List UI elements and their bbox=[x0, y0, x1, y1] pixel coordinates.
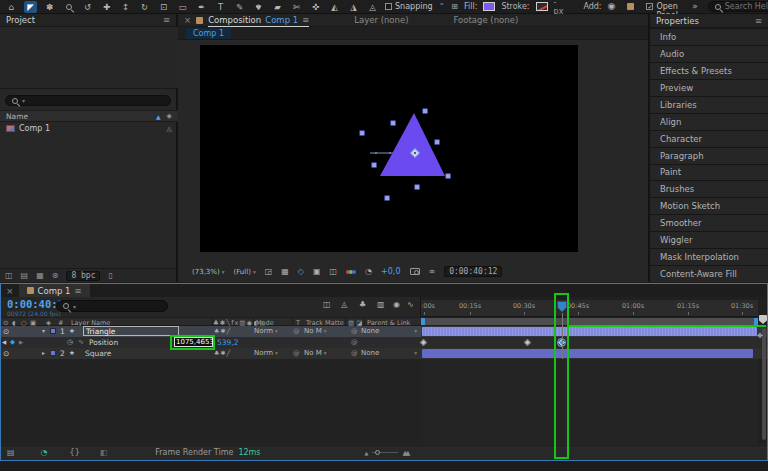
parent-pickwhip-icon[interactable]: @ bbox=[351, 349, 358, 357]
parent-pickwhip-icon[interactable]: @ bbox=[351, 327, 358, 335]
preview-timecode[interactable]: 0:00:40:12 bbox=[444, 266, 502, 277]
blend-mode-dropdown[interactable]: Norm▾ bbox=[254, 349, 278, 357]
layer-name-square[interactable]: Square bbox=[85, 349, 111, 358]
dolly-camera-tool-icon[interactable]: ↕ bbox=[119, 1, 132, 13]
view-axis-mode-icon[interactable]: ◬ bbox=[366, 1, 379, 13]
pan-behind-icon[interactable]: ✥ bbox=[757, 333, 763, 340]
next-keyframe-icon[interactable]: ▶ bbox=[19, 339, 23, 345]
project-settings-icon[interactable]: ⊛ bbox=[52, 271, 59, 280]
grid-guides-icon[interactable]: ◲ bbox=[265, 268, 273, 276]
clone-stamp-tool-icon[interactable]: ♠ bbox=[252, 1, 265, 13]
snapshot-camera-icon[interactable] bbox=[410, 268, 420, 275]
previous-keyframe-icon[interactable]: ◀ bbox=[2, 339, 6, 345]
show-snapshot-icon[interactable]: ∞ bbox=[429, 268, 436, 276]
panel-tab-paragraph[interactable]: Paragraph bbox=[650, 147, 768, 164]
exposure-reset-icon[interactable]: ◔ bbox=[365, 268, 372, 276]
work-area-end-handle[interactable] bbox=[754, 318, 758, 325]
zoom-in-mountain-icon[interactable]: ▲▲ bbox=[402, 449, 408, 457]
view-layout-icon[interactable]: ◫ bbox=[330, 268, 338, 276]
draft-3d-icon[interactable]: ◬ bbox=[341, 301, 347, 309]
composition-canvas[interactable] bbox=[200, 45, 578, 252]
panel-tab-preview[interactable]: Preview bbox=[650, 79, 768, 96]
blend-mode-dropdown[interactable]: Norm▾ bbox=[254, 327, 278, 335]
new-composition-icon[interactable]: ▦ bbox=[36, 271, 44, 280]
search-options-caret[interactable]: ▾ bbox=[22, 97, 25, 104]
eye-icon[interactable]: ⊙ bbox=[3, 349, 9, 358]
mask-visibility-icon[interactable]: ◇ bbox=[298, 268, 304, 276]
panel-tab-paint[interactable]: Paint bbox=[650, 164, 768, 181]
track-matte-dropdown[interactable]: No M▾ bbox=[304, 327, 327, 335]
time-ruler[interactable]: :00s 00:15s 00:30s 00:45s 01:00s 01:15s … bbox=[421, 300, 758, 317]
panel-tab-align[interactable]: Align bbox=[650, 113, 768, 130]
auto-open-checkbox[interactable]: ✓ bbox=[646, 3, 653, 10]
selection-tool-icon[interactable]: ◤ bbox=[24, 1, 37, 13]
expand-render-time-icon[interactable]: ◧ bbox=[100, 448, 108, 457]
fill-swatch[interactable] bbox=[483, 2, 495, 11]
layer-bar-triangle[interactable] bbox=[422, 327, 757, 336]
stroke-swatch[interactable] bbox=[536, 2, 548, 11]
stopwatch-icon[interactable]: ◷ bbox=[67, 338, 73, 346]
exposure-value[interactable]: +0,0 bbox=[381, 267, 400, 276]
track-matte-dropdown[interactable]: No M▾ bbox=[304, 349, 327, 357]
zoom-slider-knob[interactable] bbox=[375, 450, 380, 455]
layer-color-swatch[interactable] bbox=[50, 350, 56, 356]
zoom-out-mountain-icon[interactable]: ▲ bbox=[365, 450, 369, 456]
sort-ascending-icon[interactable]: ▲ bbox=[156, 113, 161, 120]
keyframe-toggle-icon[interactable]: ◆ bbox=[10, 338, 15, 346]
local-axis-mode-icon[interactable]: ◭ bbox=[328, 1, 341, 13]
properties-menu-icon[interactable]: ≡ bbox=[755, 16, 762, 26]
hide-shy-layers-icon[interactable]: ♣ bbox=[359, 301, 366, 309]
layer-name-triangle[interactable]: Triangle bbox=[83, 326, 179, 336]
layer-color-swatch[interactable] bbox=[50, 328, 56, 334]
layer-bar-square[interactable] bbox=[422, 349, 753, 358]
camera-tool-icon[interactable]: ⊡ bbox=[157, 1, 170, 13]
layer-viewer-tab[interactable]: Layer (none) bbox=[354, 15, 408, 25]
frame-blending-icon[interactable]: ▥ bbox=[377, 301, 385, 309]
composition-viewer-tab[interactable]: Composition Comp 1 ≡ bbox=[208, 14, 309, 27]
eraser-tool-icon[interactable]: ▰ bbox=[271, 1, 284, 13]
help-search-box[interactable] bbox=[708, 1, 768, 12]
vertical-scrollbar[interactable] bbox=[762, 328, 766, 440]
collapse-chevron-icon[interactable]: ▸ bbox=[42, 349, 45, 356]
timeline-zoom-control[interactable]: ▲ ▲▲ bbox=[365, 449, 409, 457]
graph-editor-icon[interactable]: ∿ bbox=[407, 301, 414, 309]
project-search-box[interactable]: ▾ bbox=[5, 95, 171, 106]
graph-toggle-icon[interactable]: ∿ bbox=[78, 338, 84, 346]
bit-depth-badge[interactable]: 8 bpc bbox=[66, 271, 100, 281]
panel-tab-content-aware-fill[interactable]: Content-Aware Fill bbox=[650, 265, 768, 282]
interpret-footage-icon[interactable]: ◫ bbox=[5, 271, 13, 280]
panel-tab-wiggler[interactable]: Wiggler bbox=[650, 231, 768, 248]
position-y-value[interactable]: 539,2 bbox=[217, 338, 238, 347]
matte-pickwhip-icon[interactable]: @ bbox=[293, 349, 300, 357]
timeline-comp-tab[interactable]: Comp 1 ≡ bbox=[19, 284, 90, 297]
panel-tab-motion-sketch[interactable]: Motion Sketch bbox=[650, 197, 768, 214]
rectangle-tool-icon[interactable]: ▭ bbox=[176, 1, 189, 13]
work-area-start-handle[interactable] bbox=[421, 318, 425, 325]
panel-tab-smoother[interactable]: Smoother bbox=[650, 214, 768, 231]
zoom-tool-icon[interactable] bbox=[62, 1, 75, 13]
close-icon[interactable]: × bbox=[184, 15, 191, 25]
trash-icon[interactable]: ▯ bbox=[108, 271, 112, 280]
snapping-toggle[interactable]: Snapping bbox=[385, 2, 433, 11]
type-tool-icon[interactable]: T bbox=[214, 1, 227, 13]
matte-pickwhip-icon[interactable]: @ bbox=[293, 327, 300, 335]
position-property-label[interactable]: Position bbox=[89, 338, 118, 347]
orbit-camera-tool-icon[interactable]: ↺ bbox=[81, 1, 94, 13]
project-item-label[interactable]: Comp 1 bbox=[19, 124, 50, 133]
layer-switches[interactable]: ♣✱╱ bbox=[214, 327, 231, 334]
viewer-menu-icon[interactable]: ≡ bbox=[302, 15, 309, 25]
layer-switches[interactable]: ♣✱╱ bbox=[214, 349, 231, 356]
comp-marker-bin-icon[interactable] bbox=[759, 315, 767, 324]
brush-tool-icon[interactable]: ✎ bbox=[233, 1, 246, 13]
roto-brush-tool-icon[interactable]: ✄ bbox=[290, 1, 303, 13]
expand-transfer-controls-icon[interactable]: ◔ bbox=[41, 448, 48, 457]
overflow-chevrons[interactable]: » bbox=[692, 2, 698, 11]
parent-dropdown[interactable]: None▾ bbox=[361, 349, 417, 357]
resolution-dropdown[interactable]: (Full)▾ bbox=[233, 268, 255, 276]
world-axis-mode-icon[interactable]: ◮ bbox=[347, 1, 360, 13]
panel-tab-audio[interactable]: Audio bbox=[650, 45, 768, 62]
expand-chevron-icon[interactable]: ▾ bbox=[42, 327, 45, 334]
panel-tab-effects-presets[interactable]: Effects & Presets bbox=[650, 62, 768, 79]
footage-viewer-tab[interactable]: Footage (none) bbox=[454, 15, 519, 25]
hand-tool-icon[interactable]: ✽ bbox=[43, 1, 56, 13]
